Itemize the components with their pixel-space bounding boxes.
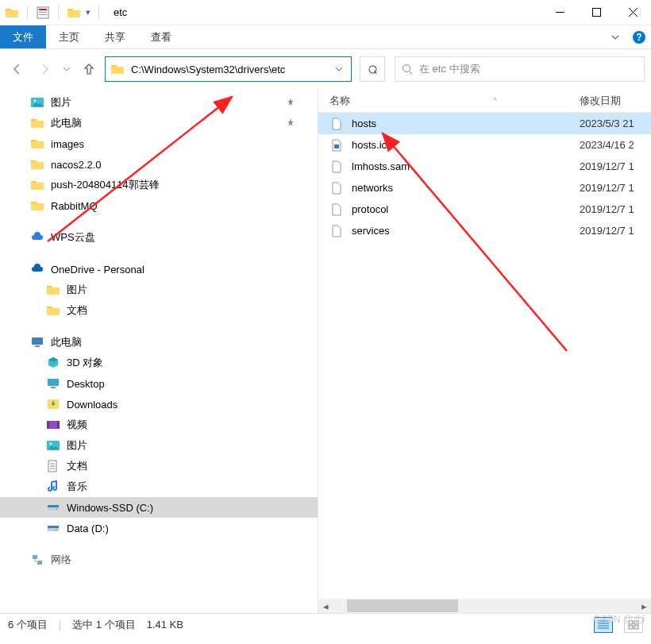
close-button[interactable] <box>614 0 651 25</box>
folder-icon <box>5 6 19 20</box>
folder-icon <box>30 137 44 151</box>
watermark: CSDN @北ǐ <box>593 613 645 627</box>
desktop-icon <box>46 376 60 391</box>
tree-thispc-child[interactable]: 音乐 <box>0 476 318 497</box>
address-dropdown-icon[interactable] <box>332 64 346 75</box>
folder-icon <box>30 116 44 130</box>
tree-wps-cloud[interactable]: WPS云盘 <box>0 227 318 248</box>
minimize-button[interactable] <box>541 0 578 25</box>
horizontal-scrollbar[interactable]: ◂ ▸ <box>318 599 651 613</box>
file-icon <box>329 181 344 195</box>
folder-icon <box>46 303 60 318</box>
tree-quick-item[interactable]: images <box>0 133 318 154</box>
3d-icon <box>46 356 60 370</box>
svg-point-26 <box>56 529 57 530</box>
properties-icon[interactable] <box>36 6 50 20</box>
svg-rect-1 <box>39 9 47 10</box>
tab-home[interactable]: 主页 <box>46 25 92 48</box>
onedrive-icon <box>30 262 44 276</box>
svg-point-23 <box>56 508 57 510</box>
scroll-thumb[interactable] <box>347 600 458 612</box>
svg-rect-17 <box>57 421 60 429</box>
folder-icon <box>46 283 60 297</box>
main-content: 图片此电脑imagesnacos2.2.0push-204804114郭芸锋Ra… <box>0 89 651 613</box>
file-tab[interactable]: 文件 <box>0 25 46 48</box>
nav-bar: 在 etc 中搜索 <box>0 49 651 89</box>
file-row[interactable]: protocol2019/12/7 1 <box>318 199 651 220</box>
file-row[interactable]: hosts.ics2023/4/16 2 <box>318 134 651 156</box>
documents-icon <box>46 459 60 473</box>
svg-rect-25 <box>48 526 59 528</box>
maximize-button[interactable] <box>578 0 614 25</box>
column-name[interactable]: 名称˄ <box>329 94 580 108</box>
tree-quick-item[interactable]: 此电脑 <box>0 113 318 133</box>
back-button[interactable] <box>6 58 29 80</box>
tree-onedrive-child[interactable]: 文档 <box>0 300 318 321</box>
svg-point-7 <box>403 65 410 72</box>
forward-button[interactable] <box>33 58 56 80</box>
tree-this-pc[interactable]: 此电脑 <box>0 332 318 353</box>
svg-rect-29 <box>334 145 339 148</box>
qat-dropdown-icon[interactable]: ▾ <box>86 7 91 17</box>
disk-icon <box>46 500 60 515</box>
svg-rect-2 <box>39 12 47 13</box>
tree-quick-item[interactable]: RabbitMQ <box>0 195 318 216</box>
video-icon <box>46 418 60 432</box>
scroll-left-icon[interactable]: ◂ <box>318 599 333 613</box>
tree-thispc-child[interactable]: Downloads <box>0 394 318 415</box>
status-selection: 选中 1 个项目 <box>72 618 135 632</box>
search-placeholder: 在 etc 中搜索 <box>419 62 480 76</box>
column-headers[interactable]: 名称˄ 修改日期 <box>318 89 651 113</box>
ribbon-expand-icon[interactable] <box>603 25 627 48</box>
picture-icon <box>30 95 44 110</box>
search-box[interactable]: 在 etc 中搜索 <box>395 56 645 82</box>
help-button[interactable]: ? <box>627 25 651 48</box>
file-row[interactable]: hosts2023/5/3 21 <box>318 113 651 134</box>
address-input[interactable] <box>129 63 327 76</box>
tree-quick-item[interactable]: push-204804114郭芸锋 <box>0 175 318 195</box>
file-row[interactable]: services2019/12/7 1 <box>318 220 651 241</box>
folder-icon <box>30 178 44 192</box>
svg-rect-27 <box>33 555 37 559</box>
column-date[interactable]: 修改日期 <box>580 94 651 108</box>
up-button[interactable] <box>78 58 100 80</box>
file-icon <box>329 224 344 238</box>
music-icon <box>46 480 60 494</box>
svg-rect-11 <box>35 345 40 347</box>
status-item-count: 6 个项目 <box>8 618 48 632</box>
tree-thispc-child[interactable]: Windows-SSD (C:) <box>0 497 318 518</box>
file-row[interactable]: networks2019/12/7 1 <box>318 177 651 199</box>
pin-icon <box>286 97 295 109</box>
tab-share[interactable]: 共享 <box>92 25 138 48</box>
svg-point-9 <box>34 100 37 102</box>
tree-quick-item[interactable]: 图片 <box>0 92 318 113</box>
svg-rect-13 <box>51 387 56 388</box>
status-size: 1.41 KB <box>147 619 183 631</box>
address-bar[interactable] <box>105 56 352 82</box>
tree-network[interactable]: 网络 <box>0 550 318 570</box>
status-bar: 6 个项目 | 选中 1 个项目 1.41 KB <box>0 613 651 635</box>
file-icon <box>329 138 344 152</box>
pc-icon <box>30 335 44 349</box>
tree-thispc-child[interactable]: Data (D:) <box>0 518 318 538</box>
tab-view[interactable]: 查看 <box>138 25 184 48</box>
history-dropdown-icon[interactable] <box>60 58 73 80</box>
disk-icon <box>46 521 60 535</box>
pin-icon <box>286 118 295 129</box>
navigation-tree[interactable]: 图片此电脑imagesnacos2.2.0push-204804114郭芸锋Ra… <box>0 89 318 613</box>
refresh-button[interactable] <box>360 56 385 82</box>
tree-onedrive[interactable]: OneDrive - Personal <box>0 259 318 280</box>
file-icon <box>329 202 344 217</box>
tree-thispc-child[interactable]: Desktop <box>0 373 318 394</box>
downloads-icon <box>46 397 60 411</box>
tree-thispc-child[interactable]: 视频 <box>0 415 318 435</box>
tree-thispc-child[interactable]: 文档 <box>0 456 318 476</box>
tree-onedrive-child[interactable]: 图片 <box>0 280 318 300</box>
file-row[interactable]: lmhosts.sam2019/12/7 1 <box>318 156 651 177</box>
tree-quick-item[interactable]: nacos2.2.0 <box>0 154 318 175</box>
tree-thispc-child[interactable]: 图片 <box>0 435 318 456</box>
file-list[interactable]: hosts2023/5/3 21hosts.ics2023/4/16 2lmho… <box>318 113 651 599</box>
scroll-right-icon[interactable]: ▸ <box>637 599 651 613</box>
file-icon <box>329 117 344 131</box>
tree-thispc-child[interactable]: 3D 对象 <box>0 353 318 373</box>
